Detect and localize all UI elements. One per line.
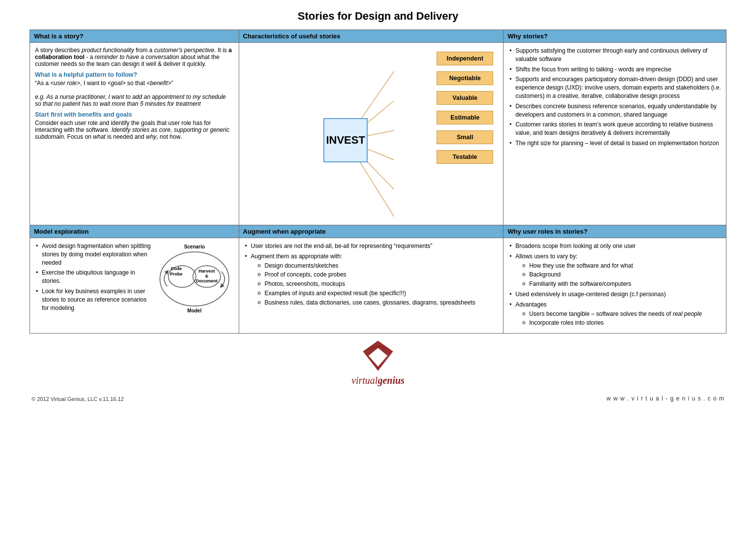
model-text: Avoid design fragmentation when splittin… — [35, 242, 151, 320]
why-item-6: The right size for planning – level of d… — [508, 139, 721, 148]
adv-item-1: Users become tangible – software solves … — [520, 310, 721, 318]
why-item-5: Customer ranks stories in team’s work qu… — [508, 121, 721, 137]
why-item-2: Shifts the focus from writing to talking… — [508, 65, 721, 74]
model-svg: Scenario Code Probe Harvest & Document M… — [155, 240, 234, 318]
svg-text:Probe: Probe — [170, 272, 183, 276]
augment-list: User stories are not the end-all, be-all… — [244, 242, 499, 307]
model-diagram: Scenario Code Probe Harvest & Document M… — [155, 240, 234, 320]
invest-labels: Independent Negotiable Valuable Estimabl… — [437, 52, 493, 164]
header-characteristics: Characteristics of useful stories — [239, 30, 504, 43]
cell-why-stories: Why stories? Supports satisfying the cus… — [504, 30, 726, 225]
pattern-header: What is a helpful pattern to follow? — [35, 71, 234, 78]
svg-text:Harvest: Harvest — [198, 269, 215, 274]
svg-text:&: & — [205, 274, 208, 278]
model-content: Avoid design fragmentation when splittin… — [30, 238, 239, 324]
page: Stories for Design and Delivery What is … — [0, 0, 756, 552]
vary-item-1: How they use the software and for what — [520, 262, 721, 270]
goals-header: Start first with benefits and goals — [35, 111, 234, 118]
cell-why-roles: Why user roles in stories? Broadens scop… — [504, 225, 726, 334]
header-what-is-story: What is a story? — [30, 30, 239, 43]
page-title: Stories for Design and Delivery — [298, 10, 458, 23]
sub-item-3: Photos, screenshots, mockups — [256, 280, 499, 288]
logo-text: virtualgenius — [351, 375, 405, 386]
why-stories-list: Supports satisfying the customer through… — [508, 47, 721, 148]
model-item-2: Exercise the ubiquitous language in stor… — [35, 269, 151, 285]
logo-area: virtualgenius — [351, 338, 405, 386]
story-definition-content: A story describes product functionality … — [30, 43, 239, 144]
vary-item-2: Background — [520, 271, 721, 279]
sub-item-4: Examples of inputs and expected result (… — [256, 289, 499, 298]
footer-website: w w w . v i r t u a l - g e n i u s . c … — [606, 395, 724, 402]
label-small: Small — [437, 130, 493, 144]
vary-item-3: Familiarity with the software/computers — [520, 280, 721, 288]
invest-content: INVEST Independent Negotiable Valuable E… — [239, 43, 504, 225]
vary-by-list: How they use the software and for what B… — [520, 262, 721, 288]
story-text: A story describes product functionality … — [35, 47, 234, 67]
why-roles-content: Broadens scope from looking at only one … — [504, 238, 726, 333]
goals-text: Consider each user role and identify the… — [35, 120, 234, 140]
svg-text:Scenario: Scenario — [184, 244, 204, 249]
label-negotiable: Negotiable — [437, 71, 493, 85]
logo-icon — [361, 338, 395, 373]
why-item-1: Supports satisfying the customer through… — [508, 47, 721, 63]
label-testable: Testable — [437, 150, 493, 164]
augment-item-1: User stories are not the end-all, be-all… — [244, 242, 499, 250]
header-why-roles: Why user roles in stories? — [504, 225, 726, 238]
roles-item-4: Advantages Users become tangible – softw… — [508, 301, 721, 327]
logo-genius: genius — [378, 375, 404, 386]
example-text: e.g. As a nurse practitioner, I want to … — [35, 93, 234, 107]
why-item-3: Supports and encourages participatory do… — [508, 75, 721, 100]
pattern-text: “As a <user role>, I want to <goal> so t… — [35, 80, 234, 87]
invest-box: INVEST — [323, 118, 368, 162]
header-why-stories: Why stories? — [504, 30, 726, 43]
invest-diagram: INVEST Independent Negotiable Valuable E… — [244, 47, 499, 234]
cell-model-exploration: Model exploration Avoid design fragmenta… — [30, 225, 239, 334]
cell-story-definition: What is a story? A story describes produ… — [30, 30, 239, 225]
header-model: Model exploration — [30, 225, 239, 238]
why-roles-list: Broadens scope from looking at only one … — [508, 242, 721, 327]
footer: © 2012 Virtual Genius, LLC v.11.16.12 w … — [30, 395, 726, 402]
cell-augment: Augment when appropriate User stories ar… — [239, 225, 504, 334]
augment-content: User stories are not the end-all, be-all… — [239, 238, 504, 313]
sub-item-2: Proof of concepts, code probes — [256, 271, 499, 279]
roles-item-1: Broadens scope from looking at only one … — [508, 242, 721, 250]
why-item-4: Describes concrete business reference sc… — [508, 102, 721, 119]
model-bullets: Avoid design fragmentation when splittin… — [35, 242, 151, 312]
sub-item-5: Business rules, data dictionaries, use c… — [256, 299, 499, 307]
svg-text:Code: Code — [170, 266, 182, 271]
adv-item-2: Incorporate roles into stories — [520, 319, 721, 327]
svg-point-6 — [160, 252, 229, 306]
model-item-3: Look for key business examples in user s… — [35, 287, 151, 312]
label-valuable: Valuable — [437, 91, 493, 105]
why-stories-content: Supports satisfying the customer through… — [504, 43, 726, 153]
label-estimable: Estimable — [437, 111, 493, 124]
cell-invest: Characteristics of useful stories — [239, 30, 504, 225]
augment-sub-list: Design documents/sketches Proof of conce… — [256, 262, 499, 307]
logo-virtual: virtual — [351, 375, 378, 386]
main-table: What is a story? A story describes produ… — [30, 30, 726, 334]
svg-text:Model: Model — [187, 308, 201, 313]
roles-item-3: Used extensively in usage-centered desig… — [508, 290, 721, 299]
label-independent: Independent — [437, 52, 493, 65]
sub-item-1: Design documents/sketches — [256, 262, 499, 270]
footer-copyright: © 2012 Virtual Genius, LLC v.11.16.12 — [32, 396, 124, 402]
advantages-list: Users become tangible – software solves … — [520, 310, 721, 328]
model-item-1: Avoid design fragmentation when splittin… — [35, 242, 151, 267]
roles-item-2: Allows users to vary by: How they use th… — [508, 252, 721, 288]
svg-text:Document: Document — [195, 278, 217, 283]
augment-item-2: Augment them as appropriate with: Design… — [244, 252, 499, 307]
